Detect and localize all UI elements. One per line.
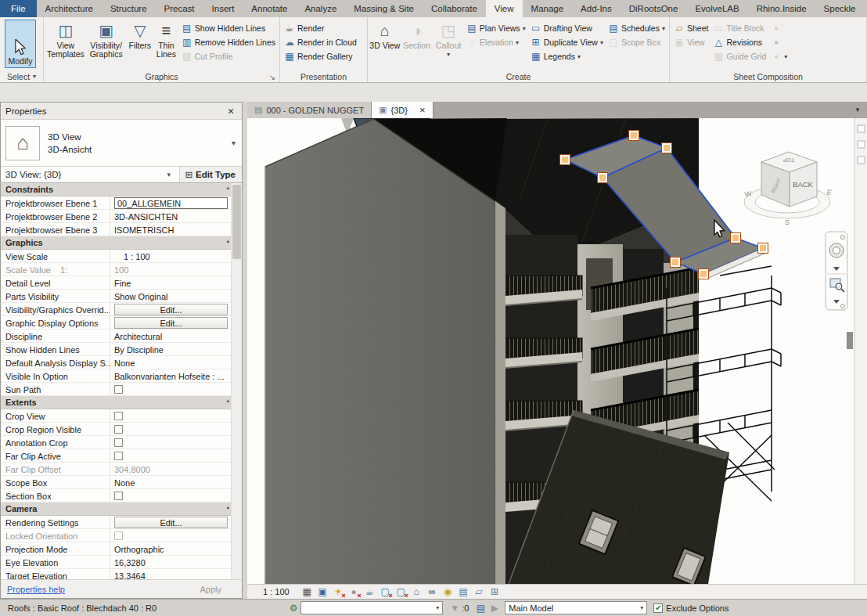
properties-title-bar[interactable]: Properties ×	[1, 103, 242, 120]
ribbon-tab-manage[interactable]: Manage	[523, 0, 573, 17]
ribbon-tab-add-ins[interactable]: Add-Ins	[572, 0, 621, 17]
show-analytical-model-icon[interactable]: ▱	[473, 585, 486, 598]
detail-level-icon[interactable]: ▦	[300, 585, 314, 598]
steering-wheel-icon[interactable]	[829, 243, 844, 258]
crop-view-off-icon[interactable]: ▢×	[379, 585, 392, 598]
worksets-icon[interactable]: ⚙	[286, 603, 300, 614]
view-selector[interactable]: 3D View: {3D}	[1, 170, 167, 179]
show-rendering-dialog-icon[interactable]: ☕	[363, 585, 376, 598]
property-value[interactable]	[110, 489, 231, 502]
save-orientation-icon[interactable]: ⌂	[410, 585, 423, 598]
section-collapse-icon[interactable]: ▴	[226, 238, 229, 244]
sun-path-off-icon[interactable]: ☀×	[332, 585, 345, 598]
show-hidden-lines-button[interactable]: ▤ Show Hidden Lines	[179, 21, 278, 35]
ribbon-tab-precast[interactable]: Precast	[156, 0, 203, 17]
section-header-extents[interactable]: Extents▴	[1, 396, 242, 409]
ribbon-tab-rhino-inside[interactable]: Rhino.Inside	[748, 0, 815, 17]
property-checkbox[interactable]	[114, 531, 123, 540]
section-button[interactable]: ◑ Section	[401, 19, 434, 69]
property-value[interactable]: None	[110, 476, 231, 488]
ribbon-tab-structure[interactable]: Structure	[102, 0, 156, 17]
property-value[interactable]: 16,3280	[110, 556, 231, 568]
property-value[interactable]	[110, 449, 231, 462]
property-text-input[interactable]: 00_ALLGEMEIN	[114, 197, 228, 209]
ribbon-tab-annotate[interactable]: Annotate	[243, 0, 296, 17]
ribbon-tab-speckle[interactable]: Speckle	[815, 0, 865, 17]
plan-views-button[interactable]: ▤ Plan Views ▾	[464, 21, 528, 35]
legends-button[interactable]: ▦ Legends ▾	[528, 49, 606, 63]
close-view-tab-icon[interactable]: ×	[419, 104, 426, 116]
property-value[interactable]: Architectural	[110, 330, 231, 342]
graphics-dialog-launcher-icon[interactable]: ↘	[269, 74, 275, 81]
3d-view-button[interactable]: ⌂ 3D View	[369, 19, 401, 69]
type-dropdown-icon[interactable]: ▾	[232, 139, 237, 147]
section-header-graphics[interactable]: Graphics▴	[1, 236, 242, 250]
duplicate-view-button[interactable]: ⊞ Duplicate View ▾	[528, 35, 606, 49]
property-value[interactable]: ISOMETRISCH	[110, 223, 231, 236]
section-collapse-icon[interactable]: ▴	[226, 398, 229, 404]
property-checkbox[interactable]	[114, 385, 123, 394]
properties-scrollbar[interactable]	[231, 183, 242, 579]
property-value[interactable]: Orthographic	[110, 542, 231, 555]
property-value[interactable]: Edit...	[110, 316, 231, 329]
property-value[interactable]: 1 : 100	[110, 250, 231, 262]
temporary-hide-isolate-icon[interactable]: ∞	[426, 585, 439, 598]
reveal-constraints-icon[interactable]: ⊞	[488, 585, 502, 598]
drafting-view-button[interactable]: ▭ Drafting View	[528, 21, 606, 35]
navigation-bar[interactable]	[826, 232, 847, 310]
filters-button[interactable]: ▽ Filters	[127, 19, 154, 69]
viewcube-front-label[interactable]: BACK	[793, 180, 814, 189]
render-button[interactable]: ☕ Render	[282, 21, 359, 35]
temporary-view-properties-icon[interactable]: ▤	[457, 585, 470, 598]
canvas-scrollbar-thumb[interactable]	[847, 332, 853, 349]
edit-type-button[interactable]: ⊞ Edit Type	[179, 167, 242, 182]
property-checkbox[interactable]	[114, 492, 123, 500]
property-value[interactable]: 304,8000	[110, 463, 231, 475]
schedules-button[interactable]: ▤ Schedules ▾	[606, 21, 667, 35]
edit-button[interactable]: Edit...	[114, 517, 228, 528]
section-collapse-icon[interactable]: ▴	[226, 504, 229, 510]
3d-canvas[interactable]: W S E TOP RIGHT BACK	[247, 118, 867, 584]
property-checkbox[interactable]	[114, 452, 123, 460]
property-value[interactable]: 3D-ANSICHTEN	[110, 210, 231, 222]
visibility-graphics-button[interactable]: ▣ Visibility/ Graphics	[86, 19, 127, 69]
section-header-camera[interactable]: Camera▴	[1, 503, 242, 516]
view-templates-button[interactable]: ◫ View Templates	[45, 19, 86, 69]
view-tab-2[interactable]: ▣{3D}×	[372, 102, 433, 118]
property-value[interactable]	[110, 409, 231, 422]
property-value[interactable]: 100	[110, 263, 231, 276]
property-value[interactable]: 00_ALLGEMEIN	[110, 196, 231, 209]
property-checkbox[interactable]	[114, 412, 123, 420]
exclude-options-checkbox[interactable]: ✔	[653, 603, 663, 613]
property-value[interactable]: Edit...	[110, 303, 231, 315]
property-value[interactable]: By Discipline	[110, 343, 231, 355]
property-checkbox[interactable]	[114, 438, 123, 447]
property-value[interactable]	[110, 383, 231, 395]
viewcube-top-label[interactable]: TOP	[783, 157, 795, 163]
ribbon-tab-massing-site[interactable]: Massing & Site	[345, 0, 423, 17]
properties-close-icon[interactable]: ×	[225, 105, 237, 117]
view-tab-1[interactable]: ▤000 - GOLDEN NUGGET	[247, 102, 372, 118]
ribbon-tab-dirootsone[interactable]: DiRootsOne	[621, 0, 687, 17]
shadows-off-icon[interactable]: ●×	[347, 585, 361, 598]
property-value[interactable]: Fine	[110, 276, 231, 289]
ribbon-tab-evolvelab[interactable]: EvolveLAB	[686, 0, 747, 17]
view-scale-button[interactable]: 1 : 100	[247, 587, 300, 596]
section-collapse-icon[interactable]: ▴	[226, 185, 229, 191]
edit-button[interactable]: Edit...	[114, 304, 228, 315]
design-options-icon[interactable]: ▤	[473, 603, 487, 614]
reveal-hidden-elements-icon[interactable]: ◉	[441, 585, 455, 598]
view-selector-dropdown-icon[interactable]: ▾	[167, 171, 179, 178]
worksets-combobox[interactable]: ▾	[300, 601, 443, 614]
ribbon-tab-file[interactable]: File	[0, 0, 37, 17]
sheet-extra-1-button[interactable]: ▫	[768, 21, 790, 35]
remove-hidden-lines-button[interactable]: ▥ Remove Hidden Lines	[179, 35, 278, 49]
ribbon-tab-modify[interactable]: Modify	[865, 0, 867, 17]
ribbon-tab-analyze[interactable]: Analyze	[296, 0, 345, 17]
property-value[interactable]	[110, 423, 231, 435]
visual-style-icon[interactable]: ▣	[316, 585, 329, 598]
modify-button[interactable]: Modify	[5, 20, 36, 68]
section-header-constraints[interactable]: Constraints▴	[1, 183, 242, 196]
property-value[interactable]: Edit...	[110, 516, 231, 528]
render-gallery-button[interactable]: ▦ Render Gallery	[282, 49, 359, 63]
